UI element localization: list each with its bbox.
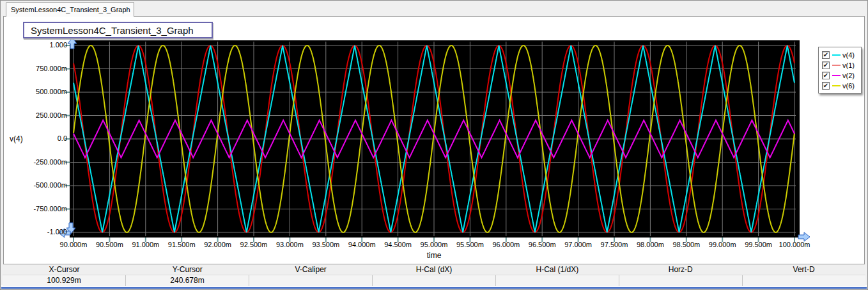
x-tick-label: 93.500m xyxy=(307,241,345,249)
legend-color-dash-icon xyxy=(832,65,841,66)
x-tick-label: 95.000m xyxy=(415,241,453,249)
x-tick-label: 92.000m xyxy=(199,241,237,249)
x-axis-stretch-right-arrow-icon[interactable] xyxy=(798,232,810,241)
cursor-header-H-Cal (dX): H-Cal (dX) xyxy=(373,265,496,275)
cursor-header-V-Caliper: V-Caliper xyxy=(249,265,373,275)
y-tick-label: 250.000m xyxy=(22,111,67,120)
legend-checkbox-v(6)[interactable]: ✔ xyxy=(822,82,830,90)
legend-checkbox-v(1)[interactable]: ✔ xyxy=(822,61,830,69)
cursor-value-Y-Cursor: 240.678m xyxy=(126,275,249,286)
x-axis-tick-labels: 90.000m90.500m91.000m91.500m92.000m92.50… xyxy=(1,241,868,250)
graph-title-box[interactable]: SystemLesson4C_Transient_3_Graph xyxy=(23,22,213,38)
cursor-value-X-Cursor: 100.929m xyxy=(3,275,126,286)
legend-box: ✔v(4)✔v(1)✔v(2)✔v(6) xyxy=(818,47,862,93)
cursor-value-H-Cal (1/dX) xyxy=(496,275,619,286)
cursor-toolbar-headers: X-CursorY-CursorV-CaliperH-Cal (dX)H-Cal… xyxy=(3,265,865,275)
cursor-header-Horz-D: Horz-D xyxy=(619,265,742,275)
tab-label: SystemLesson4C_Transient_3_Graph xyxy=(11,6,130,13)
x-tick-label: 99.500m xyxy=(740,241,778,249)
x-tick-label: 95.500m xyxy=(451,241,489,249)
x-tick-label: 93.000m xyxy=(270,241,309,249)
y-axis-title: v(4) xyxy=(10,134,23,143)
legend-item-v(1): ✔v(1) xyxy=(822,60,858,70)
x-tick-label: 91.500m xyxy=(162,241,201,249)
legend-item-v(2): ✔v(2) xyxy=(822,70,858,81)
x-tick-label: 96.000m xyxy=(487,241,525,249)
x-tick-label: 97.500m xyxy=(595,241,633,249)
legend-item-v(4): ✔v(4) xyxy=(822,50,858,60)
waveform-plot[interactable] xyxy=(57,36,811,243)
y-tick-label: -750.000m xyxy=(22,205,67,213)
x-tick-label: 92.500m xyxy=(235,241,273,249)
legend-color-dash-icon xyxy=(832,85,841,86)
cursor-toolbar: X-CursorY-CursorV-CaliperH-Cal (dX)H-Cal… xyxy=(3,265,865,286)
legend-label: v(4) xyxy=(842,51,855,59)
graph-title: SystemLesson4C_Transient_3_Graph xyxy=(31,25,194,36)
graph-window: SystemLesson4C_Transient_3_Graph SystemL… xyxy=(0,0,868,290)
legend-label: v(6) xyxy=(842,82,855,90)
cursor-value-V-Caliper xyxy=(249,275,373,286)
y-tick-label: 0.0 xyxy=(22,134,67,143)
x-tick-label: 91.000m xyxy=(127,241,165,249)
x-tick-label: 94.500m xyxy=(379,241,417,249)
y-tick-label: -500.000m xyxy=(22,181,67,189)
x-tick-label: 94.000m xyxy=(343,241,381,249)
x-tick-label: 98.000m xyxy=(631,241,669,249)
y-tick-label: 750.000m xyxy=(22,65,67,73)
y-tick-label: -250.000m xyxy=(22,158,67,166)
x-tick-label: 98.500m xyxy=(667,241,706,249)
y-tick-label: 1.000 xyxy=(22,41,67,49)
legend-color-dash-icon xyxy=(832,75,841,76)
x-tick-label: 90.000m xyxy=(54,241,93,249)
x-axis-title: time xyxy=(415,251,453,260)
cursor-value-H-Cal (dX) xyxy=(373,275,496,286)
x-tick-label: 100.000m xyxy=(775,241,814,249)
cursor-header-Y-Cursor: Y-Cursor xyxy=(126,265,249,275)
cursor-toolbar-values: 100.929m240.678m xyxy=(3,275,865,286)
x-tick-label: 97.000m xyxy=(559,241,598,249)
cursor-header-Vert-D: Vert-D xyxy=(742,265,865,275)
y-tick-label: 500.000m xyxy=(22,88,67,96)
tab-transient-graph[interactable]: SystemLesson4C_Transient_3_Graph xyxy=(6,2,134,17)
x-tick-label: 99.000m xyxy=(703,241,741,249)
legend-color-dash-icon xyxy=(832,54,841,56)
y-tick-label: -1.000 xyxy=(22,228,67,236)
cursor-header-X-Cursor: X-Cursor xyxy=(3,265,126,275)
legend-checkbox-v(2)[interactable]: ✔ xyxy=(822,72,830,79)
legend-item-v(6): ✔v(6) xyxy=(822,81,858,91)
tab-bar: SystemLesson4C_Transient_3_Graph xyxy=(1,1,867,17)
cursor-value-Horz-D xyxy=(619,275,743,286)
cursor-header-H-Cal (1/dX): H-Cal (1/dX) xyxy=(495,265,619,275)
x-tick-label: 90.500m xyxy=(90,241,128,249)
legend-label: v(1) xyxy=(842,61,855,69)
legend-label: v(2) xyxy=(842,72,855,79)
legend-checkbox-v(4)[interactable]: ✔ xyxy=(822,51,830,59)
x-tick-label: 96.500m xyxy=(523,241,561,249)
cursor-value-Vert-D xyxy=(743,275,865,286)
